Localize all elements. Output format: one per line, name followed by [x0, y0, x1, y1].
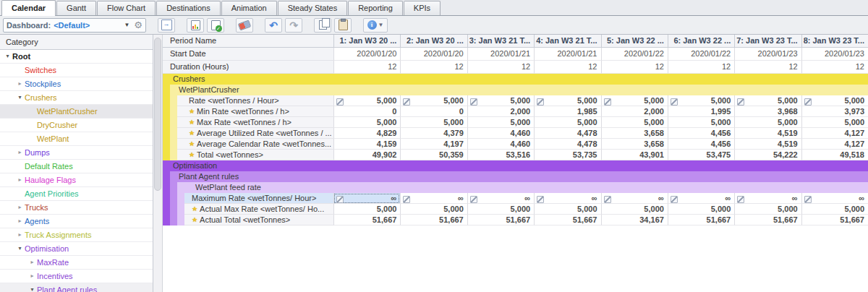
column-header-5[interactable]: 5: Jan W3 22 ... [601, 35, 668, 47]
period-name-header[interactable]: Period Name [163, 35, 333, 47]
column-header-7[interactable]: 7: Jan W3 23 T... [734, 35, 801, 47]
grid-cell[interactable]: 51,667 [467, 215, 534, 226]
grid-cell[interactable]: 51,667 [400, 215, 467, 226]
column-header-8[interactable]: 8: Jan W3 23 T... [801, 35, 868, 47]
grid-cell[interactable]: 12 [601, 61, 668, 74]
grid-cell[interactable]: 4,460 [467, 139, 534, 150]
grid-cell[interactable]: 34,167 [601, 215, 668, 226]
sidebar-item-incentives[interactable]: ▸Incentives [0, 270, 153, 283]
sidebar-item-plant-agent-rules[interactable]: ▾Plant Agent rules [0, 283, 153, 292]
grid-cell[interactable]: 5,000 [333, 95, 400, 106]
grid-cell[interactable]: 4,478 [534, 139, 600, 150]
grid-cell[interactable]: 12 [400, 61, 467, 74]
row-label[interactable]: ★Actual Max Rate <wetTonnes/ Ho... [184, 204, 333, 215]
grid-cell[interactable]: ∞ [734, 193, 801, 204]
grid-cell[interactable]: 5,000 [601, 204, 668, 215]
grid-cell[interactable]: 1,995 [668, 106, 734, 117]
sidebar-item-agent-priorities[interactable]: Agent Priorities [0, 187, 153, 201]
expand-closed-icon[interactable]: ▸ [27, 256, 37, 269]
grid-cell[interactable]: 5,000 [734, 95, 801, 106]
grid-cell[interactable]: 51,667 [333, 215, 400, 226]
grid-cell[interactable]: 49,902 [333, 150, 400, 160]
expand-closed-icon[interactable]: ▸ [15, 215, 25, 228]
group-header-wetplantcrusher[interactable]: WetPlantCrusher [170, 85, 868, 95]
sidebar-scrollbar[interactable] [153, 35, 163, 292]
grid-cell[interactable]: ∞ [801, 193, 868, 204]
gear-icon[interactable]: ⚙ [134, 20, 142, 30]
sidebar-item-wetplant[interactable]: WetPlant [0, 132, 153, 146]
row-label[interactable]: Rate <wetTonnes / Hour> [177, 95, 333, 106]
grid-cell[interactable]: 3,968 [734, 106, 801, 117]
row-label[interactable]: ★Actual Total <wetTonnes> [184, 215, 333, 226]
grid-cell[interactable]: 2020/01/22 [668, 48, 734, 61]
grid-cell[interactable]: 50,359 [400, 150, 467, 160]
grid-cell[interactable]: 5,000 [467, 95, 534, 106]
expand-open-icon[interactable]: ▾ [27, 283, 37, 292]
grid-cell[interactable]: 2020/01/21 [534, 48, 600, 61]
sidebar-item-switches[interactable]: Switches [0, 64, 153, 77]
grid-cell[interactable]: ∞ [467, 193, 534, 204]
grid-cell[interactable]: 12 [333, 61, 400, 74]
tab-destinations[interactable]: Destinations [156, 1, 221, 15]
grid-cell[interactable]: 4,478 [534, 128, 600, 139]
grid-cell[interactable]: ∞ [601, 193, 668, 204]
column-header-2[interactable]: 2: Jan W3 20 ... [400, 35, 467, 47]
grid-cell[interactable]: 43,901 [601, 150, 668, 160]
grid-cell[interactable]: 4,379 [400, 128, 467, 139]
grid-cell[interactable]: 2020/01/20 [333, 48, 400, 61]
grid-cell[interactable]: 4,127 [801, 128, 868, 139]
group-header-crushers[interactable]: Crushers [163, 74, 868, 85]
grid-cell[interactable]: 5,000 [467, 117, 534, 128]
grid-cell[interactable]: 51,667 [534, 215, 600, 226]
row-label[interactable]: ★Max Rate <wetTonnes / h> [177, 117, 333, 128]
expand-closed-icon[interactable]: ▸ [27, 270, 37, 283]
expand-open-icon[interactable]: ▾ [15, 91, 25, 104]
sidebar-item-default-rates[interactable]: Default Rates [0, 160, 153, 173]
expand-open-icon[interactable]: ▾ [15, 242, 25, 255]
column-header-3[interactable]: 3: Jan W3 21 T... [467, 35, 534, 47]
grid-cell[interactable]: ∞ [534, 193, 600, 204]
expand-closed-icon[interactable]: ▸ [15, 228, 25, 241]
grid-cell[interactable]: 12 [801, 61, 868, 74]
grid-cell[interactable]: 3,658 [601, 128, 668, 139]
grid-cell[interactable]: 2020/01/23 [801, 48, 868, 61]
row-label[interactable]: ★Average Calendar Rate <wetTonnes... [177, 139, 333, 150]
tab-gantt[interactable]: Gantt [56, 1, 96, 15]
chevron-down-icon[interactable]: ▼ [124, 22, 129, 28]
tab-steady-states[interactable]: Steady States [278, 1, 348, 15]
grid-cell[interactable]: 5,000 [734, 117, 801, 128]
tab-flow-chart[interactable]: Flow Chart [97, 1, 156, 15]
scrollbar-thumb[interactable] [154, 38, 161, 191]
grid-cell[interactable]: 1,985 [534, 106, 600, 117]
sidebar-item-drycrusher[interactable]: DryCrusher [0, 119, 153, 132]
grid-cell[interactable]: 0 [400, 106, 467, 117]
sidebar-item-optimisation[interactable]: ▾Optimisation [0, 242, 153, 256]
grid-cell[interactable]: 4,159 [333, 139, 400, 150]
group-header-plant-agent-rules[interactable]: Plant Agent rules [170, 171, 868, 182]
grid-cell[interactable]: 4,456 [668, 128, 734, 139]
grid-cell[interactable]: 54,222 [734, 150, 801, 160]
grid-cell[interactable]: 51,667 [801, 215, 868, 226]
grid-cell[interactable]: 4,460 [467, 128, 534, 139]
sidebar-item-crushers[interactable]: ▾Crushers [0, 91, 153, 105]
grid-cell[interactable]: 5,000 [801, 95, 868, 106]
sidebar-item-wetplantcrusher[interactable]: WetPlantCrusher [0, 105, 153, 119]
sidebar-item-root[interactable]: ▾Root [0, 50, 153, 64]
sidebar-item-stockpiles[interactable]: ▸Stockpiles [0, 77, 153, 91]
erase-button[interactable] [236, 18, 253, 33]
export-button[interactable]: → [158, 18, 175, 33]
tab-animation[interactable]: Animation [221, 1, 277, 15]
grid-cell[interactable]: 12 [734, 61, 801, 74]
grid-cell[interactable]: 53,475 [668, 150, 734, 160]
grid-cell[interactable]: 5,000 [801, 117, 868, 128]
tab-calendar[interactable]: Calendar [1, 0, 56, 16]
undo-button[interactable]: ↶ [265, 18, 282, 33]
redo-button[interactable]: ↷ [285, 18, 302, 33]
grid-cell[interactable]: 3,973 [801, 106, 868, 117]
sidebar-item-truck-assignments[interactable]: ▸Truck Assignments [0, 228, 153, 242]
dashboard-selector[interactable]: Dashboard: <Default> ▼ ⚙ [3, 18, 146, 33]
grid-cell[interactable]: 5,000 [534, 204, 600, 215]
grid-cell[interactable]: 4,197 [400, 139, 467, 150]
grid-cell[interactable]: 2020/01/22 [601, 48, 668, 61]
row-label[interactable]: Maximum Rate <wetTonnes/ Hour> [184, 193, 333, 204]
